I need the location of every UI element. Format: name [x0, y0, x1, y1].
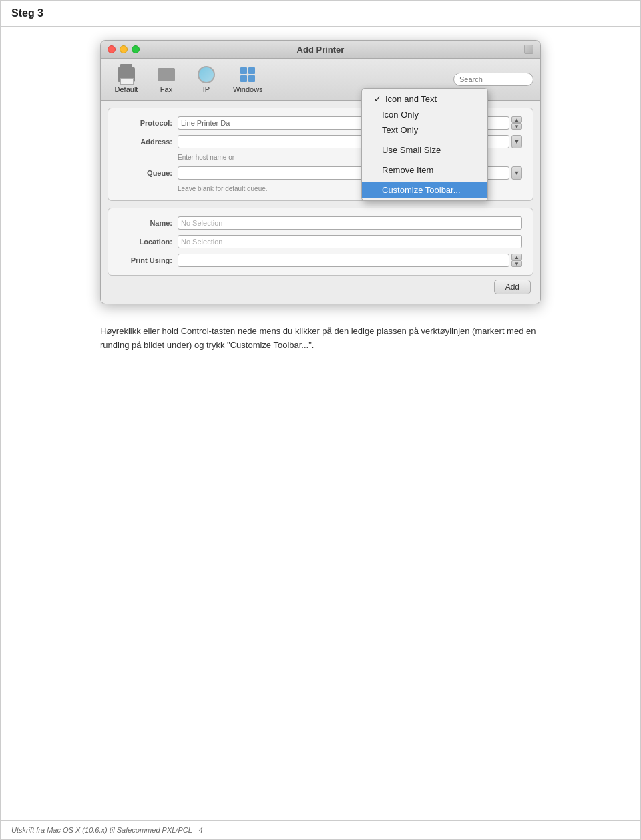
menu-item-text-only[interactable]: Text Only — [362, 122, 487, 138]
print-stepper-up[interactable]: ▲ — [511, 254, 522, 260]
address-label: Address: — [119, 138, 172, 146]
mac-window: Add Printer Default Fax IP — [100, 40, 541, 304]
toolbar-btn-windows[interactable]: Windows — [228, 63, 268, 96]
ip-icon — [197, 65, 216, 84]
print-using-stepper: ▲ ▼ — [511, 254, 522, 267]
mac-titlebar: Add Printer — [101, 41, 540, 59]
resize-button[interactable] — [524, 45, 533, 54]
footer-text: Utskrift fra Mac OS X (10.6.x) til Safec… — [11, 826, 203, 834]
protocol-label: Protocol: — [119, 119, 172, 127]
menu-separator-3 — [362, 180, 487, 180]
stepper-down[interactable]: ▼ — [511, 123, 522, 130]
minimize-button[interactable] — [120, 45, 128, 53]
menu-item-small-size[interactable]: Use Small Size — [362, 142, 487, 158]
name-row: Name: — [119, 216, 522, 230]
page-title: Steg 3 — [11, 7, 630, 19]
add-button[interactable]: Add — [494, 280, 531, 294]
menu-item-icon-and-text[interactable]: Icon and Text — [362, 91, 487, 107]
toolbar-default-label: Default — [115, 85, 138, 93]
name-input[interactable] — [178, 216, 522, 230]
print-stepper-down[interactable]: ▼ — [511, 260, 522, 267]
queue-label: Queue: — [119, 169, 172, 177]
add-btn-row: Add — [108, 276, 533, 297]
main-content: Add Printer Default Fax IP — [1, 27, 640, 820]
svg-rect-0 — [240, 67, 247, 74]
toolbar-btn-ip[interactable]: IP — [188, 63, 225, 96]
printer-info-form: Name: Location: Print Using: ▲ ▼ — [108, 208, 533, 276]
protocol-stepper: ▲ ▼ — [511, 116, 522, 130]
print-using-row: Print Using: ▲ ▼ — [119, 254, 522, 267]
address-dropdown[interactable]: ▼ — [511, 135, 522, 148]
menu-separator-2 — [362, 160, 487, 160]
toolbar-windows-label: Windows — [233, 85, 263, 93]
toolbar-search — [453, 73, 533, 86]
svg-rect-3 — [248, 75, 255, 82]
location-row: Location: — [119, 235, 522, 248]
toolbar-btn-fax[interactable]: Fax — [148, 63, 185, 96]
window-buttons — [108, 45, 140, 53]
name-label: Name: — [119, 219, 172, 227]
maximize-button[interactable] — [132, 45, 140, 53]
mac-toolbar: Default Fax IP — [101, 59, 540, 101]
page-header: Steg 3 — [1, 1, 640, 27]
queue-dropdown[interactable]: ▼ — [511, 166, 522, 180]
close-button[interactable] — [108, 45, 116, 53]
toolbar-fax-label: Fax — [160, 85, 172, 93]
menu-separator-1 — [362, 140, 487, 140]
fax-icon — [157, 65, 176, 84]
print-using-input[interactable] — [178, 254, 509, 267]
search-input[interactable] — [453, 73, 533, 86]
page-footer: Utskrift fra Mac OS X (10.6.x) til Safec… — [1, 820, 640, 839]
svg-rect-2 — [240, 75, 247, 82]
stepper-up[interactable]: ▲ — [511, 116, 522, 123]
toolbar-btn-default[interactable]: Default — [108, 63, 145, 96]
window-title: Add Printer — [297, 45, 345, 55]
location-input[interactable] — [178, 235, 522, 248]
location-label: Location: — [119, 238, 172, 246]
description-text: Høyreklikk eller hold Control-tasten ned… — [100, 325, 541, 353]
menu-item-icon-only[interactable]: Icon Only — [362, 107, 487, 122]
toolbar-ip-label: IP — [203, 85, 210, 93]
menu-item-customize[interactable]: Customize Toolbar... — [362, 182, 487, 198]
print-using-group: ▲ ▼ — [178, 254, 522, 267]
svg-rect-1 — [248, 67, 255, 74]
context-menu: Icon and Text Icon Only Text Only Use Sm… — [361, 88, 488, 201]
print-using-label: Print Using: — [119, 256, 172, 264]
default-icon — [117, 65, 136, 84]
menu-item-remove[interactable]: Remove Item — [362, 162, 487, 178]
windows-icon — [238, 65, 257, 84]
